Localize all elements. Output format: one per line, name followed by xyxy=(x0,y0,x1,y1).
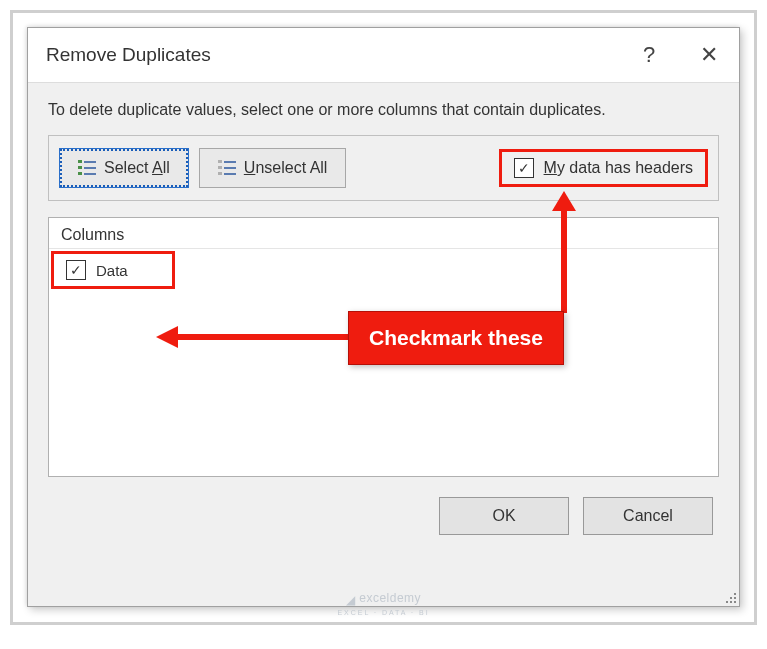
titlebar: Remove Duplicates ? ✕ xyxy=(28,28,739,83)
annotation-callout: Checkmark these xyxy=(348,311,564,365)
columns-header: Columns xyxy=(49,218,718,249)
close-button[interactable]: ✕ xyxy=(679,28,739,83)
unselect-all-button[interactable]: Unselect All xyxy=(199,148,347,188)
column-data-label: Data xyxy=(96,262,128,279)
svg-marker-1 xyxy=(552,191,576,211)
cancel-button[interactable]: Cancel xyxy=(583,497,713,535)
headers-label: My data has headers xyxy=(544,159,693,177)
headers-checkbox-container[interactable]: ✓ My data has headers xyxy=(499,149,708,187)
toolbar-panel: Select All Unselect All ✓ My data has he… xyxy=(48,135,719,201)
outer-frame: Remove Duplicates ? ✕ To delete duplicat… xyxy=(10,10,757,625)
select-all-button[interactable]: Select All xyxy=(59,148,189,188)
dialog-title: Remove Duplicates xyxy=(46,44,619,66)
remove-duplicates-dialog: Remove Duplicates ? ✕ To delete duplicat… xyxy=(27,27,740,607)
dialog-description: To delete duplicate values, select one o… xyxy=(48,98,719,121)
help-button[interactable]: ? xyxy=(619,28,679,83)
arrow-up-icon xyxy=(550,191,578,317)
headers-checkbox[interactable]: ✓ xyxy=(514,158,534,178)
resize-grip[interactable] xyxy=(722,589,736,603)
unselect-all-label: Unselect All xyxy=(244,159,328,177)
unselect-all-icon xyxy=(218,160,236,176)
svg-marker-3 xyxy=(156,326,178,348)
column-data-checkbox[interactable]: ✓ xyxy=(66,260,86,280)
column-item-data[interactable]: ✓ Data xyxy=(51,251,175,289)
dialog-content: To delete duplicate values, select one o… xyxy=(28,83,739,606)
watermark: ◢ exceldemy EXCEL · DATA · BI xyxy=(337,592,429,618)
select-all-label: Select All xyxy=(104,159,170,177)
arrow-left-icon xyxy=(156,323,356,351)
ok-button[interactable]: OK xyxy=(439,497,569,535)
select-all-icon xyxy=(78,160,96,176)
button-row: OK Cancel xyxy=(48,497,719,535)
